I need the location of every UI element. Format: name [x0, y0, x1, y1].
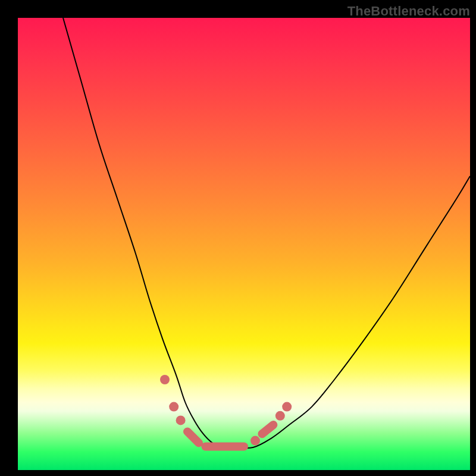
marker-dot: [282, 402, 292, 412]
bottleneck-curve: [63, 18, 470, 448]
marker-dot: [160, 375, 170, 384]
marker-dot: [250, 436, 260, 446]
plot-area: [18, 18, 470, 470]
marker-dot: [176, 415, 186, 425]
marker-segment: [187, 431, 199, 443]
curve-layer: [18, 18, 470, 470]
attribution-text: TheBottleneck.com: [347, 4, 470, 19]
marker-dot: [275, 411, 285, 421]
marker-segment: [262, 425, 273, 434]
chart-frame: TheBottleneck.com: [0, 0, 476, 476]
marker-dot: [169, 402, 178, 412]
